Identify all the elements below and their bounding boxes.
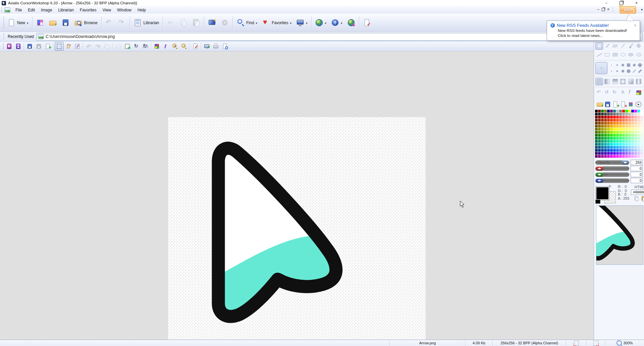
palette-swatch[interactable] bbox=[631, 116, 634, 118]
palette-swatch[interactable] bbox=[604, 131, 607, 134]
palette-swatch[interactable] bbox=[640, 125, 643, 128]
new-cursor-button[interactable] bbox=[5, 42, 14, 51]
palette-swatch[interactable] bbox=[613, 146, 616, 149]
palette-swatch[interactable] bbox=[631, 125, 634, 128]
rss-notification-popup[interactable]: i New RSS Feeds Available! × New RSS fee… bbox=[547, 20, 640, 41]
palette-swatch[interactable] bbox=[607, 113, 610, 115]
palette-swatch[interactable] bbox=[640, 128, 643, 131]
palette-swatch[interactable] bbox=[595, 128, 598, 131]
palette-swatch[interactable] bbox=[610, 125, 613, 128]
palette-swatch[interactable] bbox=[610, 140, 613, 143]
palette-swatch[interactable] bbox=[622, 131, 625, 134]
palette-swatch[interactable] bbox=[601, 134, 604, 137]
filled-rectangle-button[interactable] bbox=[611, 51, 619, 58]
palette-swatch[interactable] bbox=[640, 140, 643, 143]
fill-button[interactable] bbox=[635, 42, 643, 50]
open-button[interactable] bbox=[47, 16, 59, 30]
menu-edit[interactable]: Edit bbox=[25, 7, 38, 13]
palette-swatch[interactable] bbox=[616, 116, 619, 118]
palette-swatch[interactable] bbox=[625, 140, 628, 143]
menu-image[interactable]: Image bbox=[38, 7, 55, 13]
filled-ellipse-button[interactable] bbox=[627, 51, 635, 58]
web-button[interactable] bbox=[313, 16, 329, 30]
adjust-colors-button[interactable] bbox=[152, 42, 161, 51]
palette-swatch[interactable] bbox=[634, 128, 637, 131]
palette-list-button[interactable] bbox=[627, 101, 635, 108]
palette-swatch[interactable] bbox=[616, 128, 619, 131]
test-cursor-button[interactable] bbox=[191, 42, 200, 51]
palette-swatch[interactable] bbox=[619, 113, 622, 115]
palette-swatch[interactable] bbox=[604, 119, 607, 121]
palette-swatch[interactable] bbox=[625, 131, 628, 134]
palette-swatch[interactable] bbox=[595, 113, 598, 115]
favorites-button[interactable]: Favorites bbox=[260, 16, 294, 30]
palette-swatch[interactable] bbox=[607, 143, 610, 146]
blue-value-field[interactable]: 0 bbox=[631, 178, 643, 183]
palette-swatch[interactable] bbox=[619, 137, 622, 140]
palette-swatch[interactable] bbox=[595, 140, 598, 143]
palette-swatch[interactable] bbox=[604, 152, 607, 155]
minimize-button[interactable]: − bbox=[599, 0, 614, 6]
palette-button[interactable] bbox=[635, 89, 643, 96]
palette-swatch[interactable] bbox=[625, 146, 628, 149]
palette-swatch[interactable] bbox=[598, 137, 601, 140]
palette-swatch[interactable] bbox=[622, 146, 625, 149]
palette-swatch[interactable] bbox=[595, 137, 598, 140]
gradient-box-button[interactable] bbox=[619, 78, 627, 85]
palette-swatch[interactable] bbox=[634, 110, 637, 112]
save-palette-button[interactable] bbox=[604, 101, 611, 108]
canvas-image[interactable] bbox=[168, 117, 426, 346]
palette-swatch[interactable] bbox=[607, 155, 610, 158]
palette-swatch[interactable] bbox=[628, 116, 631, 118]
palette-swatch[interactable] bbox=[604, 143, 607, 146]
palette-swatch[interactable] bbox=[631, 152, 634, 155]
palette-swatch[interactable] bbox=[598, 110, 601, 112]
palette-swatch[interactable] bbox=[628, 146, 631, 149]
dropdown-arrow-icon[interactable] bbox=[27, 20, 29, 25]
palette-swatch[interactable] bbox=[625, 113, 628, 115]
palette-swatch[interactable] bbox=[613, 149, 616, 152]
palette-swatch[interactable] bbox=[619, 110, 622, 112]
palette-swatch[interactable] bbox=[622, 119, 625, 121]
transparent-pencil-button[interactable] bbox=[73, 42, 82, 51]
palette-swatch[interactable] bbox=[625, 152, 628, 155]
palette-swatch[interactable] bbox=[628, 110, 631, 112]
palette-swatch[interactable] bbox=[628, 140, 631, 143]
palette-swatch[interactable] bbox=[619, 152, 622, 155]
palette-swatch[interactable] bbox=[637, 140, 640, 143]
mdi-minimize-button[interactable]: − bbox=[597, 7, 599, 12]
palette-swatch[interactable] bbox=[610, 110, 613, 112]
palette-swatch[interactable] bbox=[631, 122, 634, 125]
new-animated-cursor-button[interactable] bbox=[14, 42, 23, 51]
rss-feeds-button[interactable]: RSS bbox=[620, 6, 636, 14]
close-button[interactable]: × bbox=[629, 0, 644, 6]
brush-size-round-3-button[interactable] bbox=[620, 68, 626, 74]
palette-swatch[interactable] bbox=[601, 131, 604, 134]
palette-swatch[interactable] bbox=[628, 131, 631, 134]
open-palette-button[interactable] bbox=[596, 101, 604, 108]
palette-swatch[interactable] bbox=[610, 131, 613, 134]
palette-swatch[interactable] bbox=[625, 143, 628, 146]
palette-swatch[interactable] bbox=[634, 122, 637, 125]
gradient-corner-button[interactable] bbox=[627, 78, 635, 85]
new-button[interactable]: New bbox=[5, 16, 31, 30]
palette-swatch[interactable] bbox=[616, 152, 619, 155]
palette-swatch[interactable] bbox=[640, 110, 643, 112]
palette-swatch[interactable] bbox=[622, 155, 625, 158]
palette-swatch[interactable] bbox=[622, 134, 625, 137]
script-button[interactable] bbox=[627, 89, 635, 96]
palette-swatch[interactable] bbox=[619, 140, 622, 143]
solid-button[interactable] bbox=[595, 78, 603, 85]
palette-swatch[interactable] bbox=[610, 116, 613, 118]
brush-size-round-2-button[interactable] bbox=[614, 68, 620, 74]
palette-swatch[interactable] bbox=[637, 146, 640, 149]
palette-swatch[interactable] bbox=[628, 128, 631, 131]
palette-swatch[interactable] bbox=[595, 116, 598, 118]
palette-swatch[interactable] bbox=[640, 116, 643, 118]
dropdown-arrow-icon[interactable] bbox=[256, 20, 258, 25]
palette-swatch[interactable] bbox=[625, 125, 628, 128]
palette-swatch[interactable] bbox=[637, 152, 640, 155]
palette-swatch[interactable] bbox=[631, 137, 634, 140]
palette-swatch[interactable] bbox=[595, 131, 598, 134]
palette-swatch[interactable] bbox=[616, 125, 619, 128]
